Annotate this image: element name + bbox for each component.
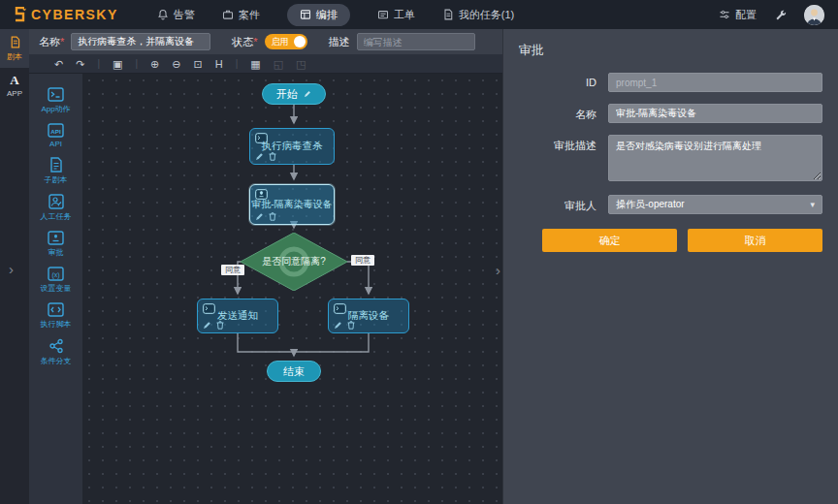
rail-item-app[interactable]: A APP [0, 68, 29, 104]
delete-trash-icon[interactable] [269, 152, 276, 161]
brand-icon [14, 7, 27, 22]
nav-item-alerts[interactable]: 告警 [157, 8, 195, 22]
id-label: ID [503, 73, 596, 88]
flow-node-approval[interactable]: 审批-隔离染毒设备 [249, 184, 335, 225]
node-id-input [608, 73, 822, 92]
edit-pencil-icon[interactable] [334, 321, 342, 330]
variable-icon: (x) [48, 267, 64, 281]
fit-view-icon[interactable]: ⊡ [194, 55, 203, 73]
edit-pencil-icon[interactable] [304, 90, 311, 98]
toggle-knob [294, 36, 306, 47]
zoom-out-icon[interactable]: ⊖ [172, 55, 180, 73]
status-label: 状态* [232, 35, 257, 49]
svg-text:API: API [50, 128, 61, 135]
toolbar-divider: | [97, 58, 100, 69]
palette-item-set-variable[interactable]: (x) 设置变量 [29, 263, 82, 299]
config-menu[interactable]: 配置 [719, 8, 757, 22]
playbook-icon [9, 36, 21, 48]
node-palette: App动作 API API 子剧本 [29, 74, 82, 504]
edge-label-agree-left[interactable]: 同意 [221, 265, 244, 275]
delete-trash-icon[interactable] [269, 212, 276, 221]
chevron-down-icon: ▾ [810, 200, 815, 209]
fullscreen-icon: ◳ [296, 55, 306, 73]
flow-node-decision[interactable]: 是否同意隔离? [241, 233, 347, 291]
avatar-person-icon [804, 5, 824, 25]
edit-pencil-icon[interactable] [255, 212, 264, 221]
flow-node-notify[interactable]: 发送通知 [197, 299, 278, 333]
node-name-input[interactable] [608, 104, 822, 123]
playbook-form-bar: 名称* 状态* 启用 描述 [29, 29, 502, 54]
palette-item-run-script[interactable]: 执行脚本 [29, 299, 82, 334]
delete-trash-icon[interactable] [216, 321, 224, 330]
nav-item-orchestrate[interactable]: 编排 [287, 4, 350, 26]
approval-desc-label: 审批描述 [503, 135, 596, 153]
brand-logo[interactable]: CYBERSKY [14, 7, 118, 22]
flow-node-isolate[interactable]: 隔离设备 [328, 299, 409, 333]
canvas-toolbar: ↶ ↷ | ▣ | ⊕ ⊖ ⊡ H | ▦ ◱ ◳ [29, 54, 502, 74]
playbook-name-input[interactable] [71, 33, 210, 50]
flow-canvas[interactable]: 开始 执行病毒查杀 [82, 74, 502, 504]
cancel-button[interactable]: 取消 [688, 229, 822, 252]
orchestrate-icon [300, 9, 311, 20]
auto-layout-icon[interactable]: H [215, 55, 223, 73]
node-name-label: 名称 [503, 104, 596, 122]
snapshot-icon[interactable]: ▦ [250, 55, 260, 73]
document-icon [48, 157, 63, 173]
approval-desc-textarea[interactable]: 是否对感染病毒设别进行隔离处理 [608, 135, 822, 181]
zoom-in-icon[interactable]: ⊕ [150, 55, 159, 73]
palette-item-manual-task[interactable]: 人工任务 [29, 190, 82, 227]
api-icon: API [48, 123, 64, 138]
flow-node-start[interactable]: 开始 [262, 83, 326, 105]
canvas-collapse-chevron-icon[interactable]: › [496, 262, 500, 278]
code-icon [48, 302, 64, 317]
brand-name: CYBERSKY [31, 7, 118, 22]
approver-select[interactable]: 操作员-operator ▾ [608, 195, 822, 214]
approver-label: 审批人 [503, 195, 596, 213]
toolbar-divider: | [236, 58, 239, 69]
required-mark: * [60, 36, 64, 47]
playbook-description-input[interactable] [357, 33, 475, 50]
flow-node-virus-scan[interactable]: 执行病毒查杀 [249, 128, 335, 165]
wrench-icon[interactable] [774, 9, 787, 21]
palette-item-sub-playbook[interactable]: 子剧本 [29, 153, 82, 190]
edit-pencil-icon[interactable] [255, 152, 264, 161]
edge-label-agree-right[interactable]: 同意 [351, 255, 374, 266]
person-icon [48, 194, 64, 209]
approver-selected-value: 操作员-operator [616, 198, 685, 211]
clear-canvas-icon[interactable]: ▣ [113, 55, 122, 73]
svg-text:(x): (x) [51, 271, 59, 279]
nav-item-my-tasks[interactable]: 我的任务(1) [442, 8, 514, 22]
stamp-icon [48, 231, 64, 245]
nav-item-cases[interactable]: 案件 [222, 8, 260, 22]
config-icon [719, 9, 730, 20]
toolbar-divider: | [135, 58, 138, 69]
left-rail: 剧本 A APP › [0, 29, 29, 504]
palette-item-api[interactable]: API API [29, 119, 82, 153]
undo-icon[interactable]: ↶ [54, 55, 63, 73]
palette-item-condition-branch[interactable]: 条件分支 [29, 334, 82, 371]
nav-item-tickets[interactable]: 工单 [377, 8, 415, 22]
flow-node-end[interactable]: 结束 [267, 361, 321, 382]
user-avatar[interactable] [804, 5, 824, 25]
branch-icon [48, 338, 64, 354]
main-menu: 告警 案件 编排 工单 [157, 4, 514, 26]
panel-title: 审批 [503, 29, 838, 61]
expand-icon: ◱ [274, 55, 283, 73]
palette-item-approval[interactable]: 审批 [29, 227, 82, 263]
status-toggle[interactable]: 启用 [265, 34, 307, 49]
delete-trash-icon[interactable] [347, 321, 355, 330]
terminal-icon [48, 87, 64, 102]
edit-pencil-icon[interactable] [203, 321, 211, 330]
description-label: 描述 [329, 35, 350, 49]
name-label: 名称* [39, 35, 64, 49]
bell-icon [157, 9, 169, 20]
rail-collapse-chevron-icon[interactable]: › [9, 262, 14, 276]
required-mark: * [253, 36, 257, 47]
confirm-button[interactable]: 确定 [542, 229, 677, 252]
approval-properties-panel: 审批 ID 名称 审批描述 是否对感染病毒设别进行隔离处理 审批人 操作员-op… [502, 29, 838, 504]
redo-icon[interactable]: ↷ [76, 55, 84, 73]
briefcase-icon [222, 9, 234, 20]
task-doc-icon [442, 9, 454, 20]
rail-item-playbook[interactable]: 剧本 [0, 29, 29, 68]
palette-item-app-action[interactable]: App动作 [29, 83, 82, 119]
